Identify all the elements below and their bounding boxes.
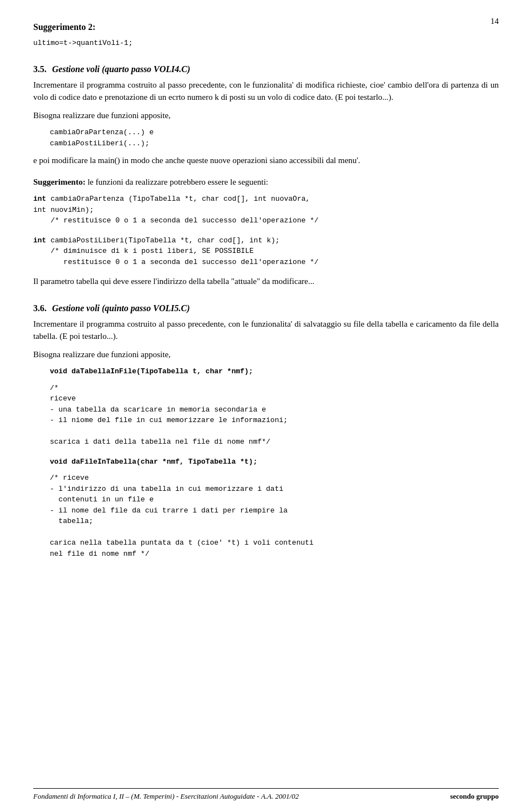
section35-para2-before: Bisogna realizzare due funzioni apposite…	[33, 109, 499, 122]
suggerimento-block: Suggerimento: le funzioni da realizzare …	[33, 176, 499, 268]
func4-comment-block: /* riceve - l'indirizzo di una tabella i…	[50, 473, 499, 559]
func2-keyword-int: int	[33, 236, 46, 245]
suggerimento-label: Suggerimento:	[33, 177, 85, 186]
func4-sig-bold: void daFileInTabella(char *nmf, TipoTabe…	[50, 458, 257, 466]
footer-right: secondo gruppo	[450, 792, 499, 801]
section35-code1: cambiaOraPartenza(...) e cambiaPostiLibe…	[50, 127, 499, 149]
section36-para2: Bisogna realizzare due funzioni apposite…	[33, 348, 499, 361]
suggerimento2-heading: Suggerimento 2:	[33, 22, 499, 32]
func1-sig: cambiaOraPartenza (TipoTabella *t, char …	[33, 195, 319, 225]
section35-number: 3.5.	[33, 64, 47, 74]
section35-title: Gestione voli (quarto passo VOLI4.C)	[52, 64, 190, 74]
func2-sig: cambiaPostiLiberi(TipoTabella *t, char c…	[33, 236, 319, 266]
page-number: 14	[490, 17, 499, 26]
suggerimento-intro: Suggerimento: le funzioni da realizzare …	[33, 176, 499, 189]
suggerimento-text: le funzioni da realizzare potrebbero ess…	[88, 177, 268, 186]
section36-number: 3.6.	[33, 303, 47, 313]
section36-title: Gestione voli (quinto passo VOLI5.C)	[52, 303, 190, 313]
func2-block: int cambiaPostiLiberi(TipoTabella *t, ch…	[33, 235, 499, 268]
func1-block: int cambiaOraPartenza (TipoTabella *t, c…	[33, 194, 499, 226]
section35-header: 3.5. Gestione voli (quarto passo VOLI4.C…	[33, 64, 499, 74]
func3-comment-block: /* riceve - una tabella da scaricare in …	[50, 383, 499, 448]
func1-keyword-int: int	[33, 195, 46, 203]
func3-sig-block: void daTabellaInFile(TipoTabella t, char…	[50, 366, 499, 377]
suggerimento2-section: Suggerimento 2: ultimo=t->quantiVoli-1;	[33, 22, 499, 49]
footer-left: Fondamenti di Informatica I, II – (M. Te…	[33, 792, 299, 801]
footer: Fondamenti di Informatica I, II – (M. Te…	[33, 788, 499, 801]
page: 14 Suggerimento 2: ultimo=t->quantiVoli-…	[0, 0, 532, 812]
suggerimento2-code: ultimo=t->quantiVoli-1;	[33, 38, 499, 49]
func3-sig-bold: void daTabellaInFile(TipoTabella t, char…	[50, 367, 253, 375]
section35-para2-after: e poi modificare la main() in modo che a…	[33, 154, 499, 167]
section36-para1: Incrementare il programma costruito al p…	[33, 318, 499, 343]
section35-para3: Il parametro tabella qui deve essere l'i…	[33, 275, 499, 288]
section35-para1: Incrementare il programma costruito al p…	[33, 79, 499, 104]
section36-header: 3.6. Gestione voli (quinto passo VOLI5.C…	[33, 303, 499, 313]
func4-sig-block: void daFileInTabella(char *nmf, TipoTabe…	[50, 456, 499, 468]
